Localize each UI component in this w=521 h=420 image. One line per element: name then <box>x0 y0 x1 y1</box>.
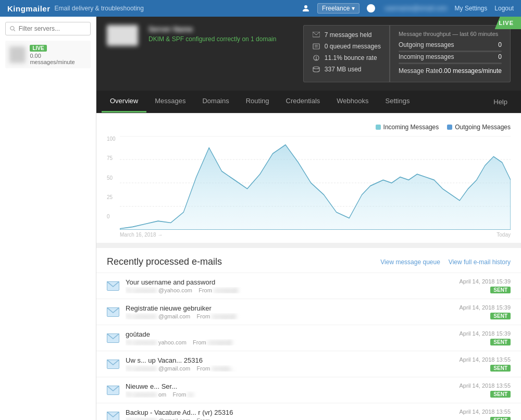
chart-area: Incoming Messages Outgoing Messages 100 … <box>96 113 521 243</box>
outgoing-label: Outgoing Messages <box>455 123 511 131</box>
stat-held: 7 messages held <box>312 31 381 39</box>
throughput-outgoing-bar <box>399 51 502 52</box>
plan-dropdown[interactable]: Freelance ▾ <box>317 3 359 14</box>
email-envelope-icon <box>107 360 119 369</box>
email-to: To someone <box>126 365 157 372</box>
email-body: Registratie nieuwe gebruiker To someone … <box>126 304 453 319</box>
stat-bounce-text: 11.1% bounce rate <box>325 54 377 61</box>
sent-badge: SENT <box>490 417 511 420</box>
content-header: Recently processed e-mails View message … <box>96 248 521 273</box>
email-envelope-icon <box>107 412 119 421</box>
email-row[interactable]: Nieuwe e... Ser... To someone om From nc… <box>96 377 521 403</box>
chart-svg <box>120 136 511 230</box>
email-date: April 14, 2018 15:39 <box>460 278 511 285</box>
chart-legend: Incoming Messages Outgoing Messages <box>107 123 511 131</box>
tab-routing[interactable]: Routing <box>238 91 278 113</box>
svg-line-1 <box>14 30 15 31</box>
server-list-item[interactable]: LIVE 0.00 messages/minute <box>5 41 91 68</box>
layout: LIVE 0.00 messages/minute Server Name DK… <box>0 17 521 420</box>
chart-y-labels: 100 75 50 25 0 <box>107 136 120 219</box>
legend-incoming: Incoming Messages <box>376 123 439 131</box>
tab-webhooks[interactable]: Webhooks <box>328 91 377 113</box>
logout-link[interactable]: Logout <box>494 5 514 12</box>
email-to: To someone <box>126 417 157 420</box>
stat-queued-text: 0 queued messages <box>325 43 381 50</box>
email-date: April 14, 2018 13:55 <box>460 382 511 389</box>
email-envelope-icon <box>107 281 119 291</box>
sent-badge: SENT <box>490 391 511 398</box>
server-search[interactable] <box>5 22 91 35</box>
stat-bounce: 11.1% bounce rate <box>312 54 381 62</box>
email-body: Nieuwe e... Ser... To someone om From nc <box>126 382 453 398</box>
email-subject: Your username and password <box>126 278 453 286</box>
tab-settings[interactable]: Settings <box>377 91 418 113</box>
email-to: To someone <box>126 339 157 345</box>
main-content: Server Name DKIM & SPF configured correc… <box>96 17 521 420</box>
email-envelope-icon <box>107 386 119 395</box>
svg-rect-3 <box>313 44 319 49</box>
email-meta: To someone @gmail.com From noreply@ <box>126 313 453 319</box>
email-meta: To someone @gmail.com From noreply_ <box>126 365 453 372</box>
envelope-icon <box>312 31 320 39</box>
my-settings-link[interactable]: My Settings <box>455 5 488 12</box>
email-subject: Registratie nieuwe gebruiker <box>126 304 453 312</box>
email-to: To someone <box>126 391 157 398</box>
search-input[interactable] <box>19 25 86 32</box>
email-meta: To someone @gmail.com From <box>126 417 453 420</box>
tab-messages[interactable]: Messages <box>146 91 194 113</box>
tab-credentials[interactable]: Credentials <box>278 91 329 113</box>
tab-domains[interactable]: Domains <box>194 91 237 113</box>
stats-boxes: 7 messages held 0 queued messages 11.1% … <box>303 25 511 82</box>
live-badge: LIVE <box>30 45 46 52</box>
server-info: LIVE 0.00 messages/minute <box>9 44 86 65</box>
email-from: noreply@ <box>214 287 238 293</box>
throughput-rate: Message Rate 0.00 messages/minute <box>399 67 502 75</box>
chevron-down-icon: ▾ <box>352 5 355 12</box>
y-label-25: 25 <box>107 194 120 200</box>
bounce-icon <box>312 54 320 62</box>
throughput-rate-value: 0.00 messages/minute <box>439 67 502 75</box>
email-row[interactable]: Uw s... up Vacan... 25316 To someone @gm… <box>96 351 521 377</box>
email-right: April 14, 2018 15:39 SENT <box>460 330 511 345</box>
server-rate: 0.00 messages/minute <box>30 53 86 65</box>
email-meta: To someone @yahoo.com From noreply@ <box>126 287 453 293</box>
sent-badge: SENT <box>490 313 511 319</box>
email-row[interactable]: Registratie nieuwe gebruiker To someone … <box>96 299 521 325</box>
y-label-75: 75 <box>107 155 120 161</box>
server-header: Server Name DKIM & SPF configured correc… <box>96 17 521 91</box>
sidebar: LIVE 0.00 messages/minute <box>0 17 96 420</box>
outgoing-dot <box>447 125 452 130</box>
view-queue-link[interactable]: View message queue <box>380 258 440 266</box>
y-label-0: 0 <box>107 214 120 219</box>
email-subject: Uw s... up Vacan... 25316 <box>126 356 453 364</box>
email-row[interactable]: Your username and password To someone @y… <box>96 273 521 299</box>
sent-badge: SENT <box>490 365 511 372</box>
sent-badge: SENT <box>490 287 511 293</box>
email-to: To someone <box>126 287 157 293</box>
user-icon <box>302 4 310 13</box>
email-row[interactable]: Backup - Vacature Ad... r (vr) 25316 To … <box>96 403 521 420</box>
tab-overview[interactable]: Overview <box>102 91 146 113</box>
help-link[interactable]: Help <box>485 92 516 112</box>
nav-tabs: Overview Messages Domains Routing Creden… <box>96 91 521 113</box>
email-subject: Nieuwe e... Ser... <box>126 382 453 390</box>
throughput-outgoing-label: Outgoing messages <box>399 41 454 48</box>
svg-point-9 <box>313 67 319 69</box>
y-label-100: 100 <box>107 136 120 142</box>
live-corner-badge: LIVE <box>495 17 521 29</box>
svg-point-0 <box>10 27 14 30</box>
brand-name: Kingmailer <box>7 4 51 13</box>
x-label-end: Today <box>497 232 511 238</box>
email-row[interactable]: goûtade To someone yahoo.com From norepl… <box>96 325 521 351</box>
stat-storage-text: 337 MB used <box>325 66 362 73</box>
throughput-title: Message throughput — last 60 minutes <box>399 31 502 37</box>
email-body: Your username and password To someone @y… <box>126 278 453 293</box>
view-history-link[interactable]: View full e-mail history <box>449 258 511 266</box>
svg-point-8 <box>316 59 317 60</box>
stat-storage: 337 MB used <box>312 65 381 73</box>
email-from: noreply@ <box>208 339 232 345</box>
chart-x-labels: March 16, 2018 → Today <box>107 232 511 238</box>
email-body: Uw s... up Vacan... 25316 To someone @gm… <box>126 356 453 372</box>
content-links: View message queue View full e-mail hist… <box>380 258 511 266</box>
throughput-box: Message throughput — last 60 minutes Out… <box>390 25 511 82</box>
